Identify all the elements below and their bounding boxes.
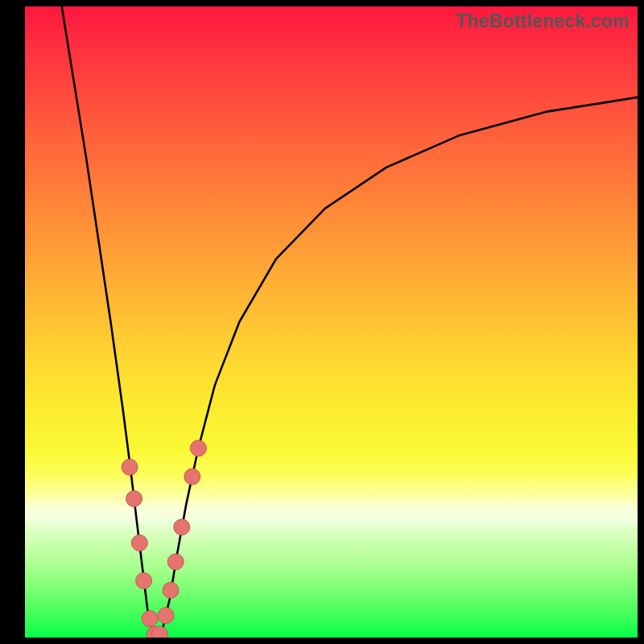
- marker-point: [122, 459, 138, 475]
- marker-point: [167, 554, 184, 570]
- marker-point: [158, 608, 174, 624]
- marker-point: [131, 535, 147, 551]
- marker-point: [184, 469, 200, 485]
- curve-right-branch: [157, 97, 638, 638]
- marker-point: [126, 491, 142, 507]
- plot-area: TheBottleneck.com: [25, 6, 638, 638]
- marker-point: [163, 582, 179, 598]
- marker-point: [142, 611, 158, 627]
- curve-layer: [25, 6, 638, 638]
- marker-point: [174, 519, 190, 535]
- marker-point: [190, 440, 206, 456]
- chart-frame: TheBottleneck.com: [0, 0, 644, 644]
- marker-point: [136, 572, 152, 588]
